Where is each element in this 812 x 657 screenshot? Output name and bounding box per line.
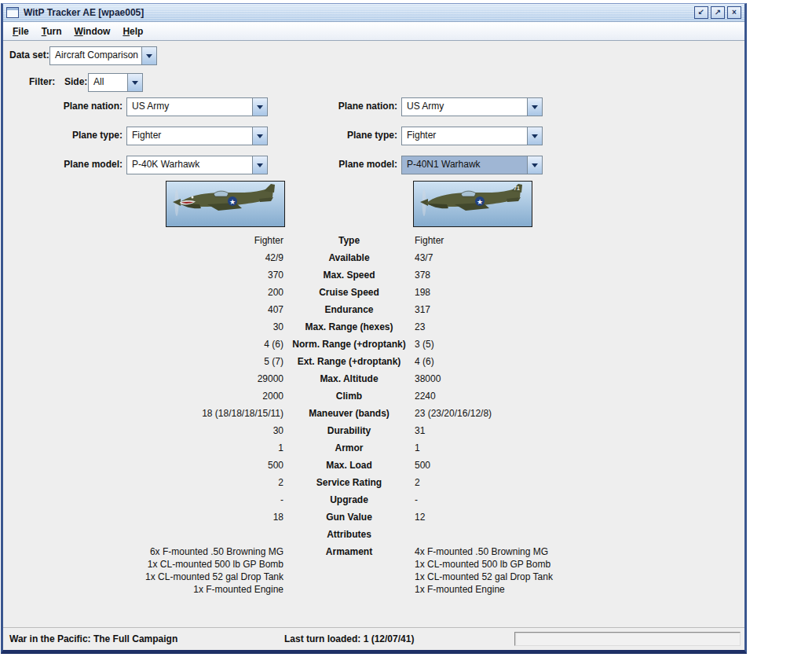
comparison-right-value: 4 (6) — [415, 353, 744, 370]
comparison-left-value: 1 — [3, 439, 283, 457]
comparison-left-value: 407 — [3, 301, 283, 318]
comparison-left-value: 29000 — [3, 370, 283, 387]
comparison-row-label: Max. Range (hexes) — [283, 318, 415, 336]
right-nation-label: Plane nation: — [276, 97, 397, 116]
right-model-combo[interactable]: P-40N1 Warhawk — [401, 156, 543, 174]
chevron-down-icon[interactable] — [252, 156, 267, 174]
right-type-combo[interactable]: Fighter — [401, 127, 543, 145]
comparison-row-label: Attributes — [283, 526, 415, 543]
comparison-left-value: 18 (18/18/18/15/11) — [3, 405, 283, 422]
comparison-right-value: 23 (23/20/16/12/8) — [415, 405, 744, 422]
comparison-right-value: 23 — [415, 318, 744, 336]
side-combo-value: All — [89, 74, 127, 91]
left-type-combo[interactable]: Fighter — [126, 127, 268, 145]
left-nation-value: US Army — [127, 98, 252, 116]
left-model-label: Plane model: — [3, 155, 123, 174]
comparison-row-label: Climb — [283, 387, 415, 405]
comparison-left-value: 42/9 — [3, 249, 283, 266]
campaign-label: War in the Pacific: The Full Campaign — [9, 633, 177, 644]
minimize-button[interactable]: ↙ — [694, 6, 708, 19]
star-icon: ★ — [229, 198, 236, 206]
chevron-down-icon[interactable] — [141, 47, 156, 64]
status-bar: War in the Pacific: The Full Campaign La… — [3, 627, 744, 650]
right-nation-value: US Army — [402, 98, 527, 116]
comparison-row-label: Gun Value — [283, 508, 415, 526]
menubar: FileTurnWindowHelp — [3, 22, 744, 41]
title-bar[interactable]: WitP Tracker AE [wpae005] ↙ ↗ × — [3, 4, 744, 22]
close-button[interactable]: × — [727, 6, 741, 19]
menu-item-turn[interactable]: Turn — [35, 24, 68, 39]
menu-item-file[interactable]: File — [6, 24, 35, 39]
comparison-row-label: Available — [283, 249, 415, 266]
menu-item-help[interactable]: Help — [116, 24, 149, 39]
comparison-right-value: 500 — [415, 457, 744, 474]
right-model-value: P-40N1 Warhawk — [402, 156, 527, 174]
menu-item-window[interactable]: Window — [68, 24, 116, 39]
right-model-label: Plane model: — [276, 155, 397, 174]
left-nation-label: Plane nation: — [3, 97, 123, 116]
page: WitP Tracker AE [wpae005] ↙ ↗ × FileTurn… — [0, 0, 812, 657]
left-type-label: Plane type: — [3, 126, 123, 145]
side-combo[interactable]: All — [88, 73, 143, 92]
right-plane-image: ★ 71 — [413, 181, 532, 227]
comparison-left-value: 200 — [3, 284, 283, 301]
comparison-row-label: Upgrade — [283, 491, 415, 508]
right-type-value: Fighter — [402, 127, 527, 145]
right-nation-combo[interactable]: US Army — [401, 97, 543, 116]
chevron-down-icon[interactable] — [527, 98, 542, 116]
comparison-row-label: Max. Load — [283, 457, 415, 474]
comparison-row-label: Endurance — [283, 301, 415, 318]
comparison-left-value: 4 (6) — [3, 336, 283, 353]
comparison-row-label: Norm. Range (+droptank) — [283, 336, 415, 353]
comparison-row-label: Armament — [283, 543, 415, 598]
dataset-combo[interactable]: Aircraft Comparison — [49, 46, 157, 65]
comparison-right-value: 43/7 — [415, 249, 744, 266]
maximize-button[interactable]: ↗ — [711, 6, 725, 19]
comparison-right-value: - — [415, 491, 744, 508]
p-40k-side-profile: ★ — [166, 182, 284, 226]
comparison-left-value: 30 — [3, 318, 283, 336]
chevron-down-icon[interactable] — [527, 156, 542, 174]
comparison-left-value: Fighter — [3, 232, 283, 249]
comparison-right-value: 38000 — [415, 370, 744, 387]
last-turn-label: Last turn loaded: 1 (12/07/41) — [284, 633, 414, 644]
comparison-row-label: Durability — [283, 422, 415, 439]
dataset-label: Data set: — [9, 46, 49, 64]
left-nation-combo[interactable]: US Army — [126, 97, 268, 116]
comparison-right-value: 1 — [415, 439, 744, 457]
chevron-down-icon[interactable] — [252, 127, 267, 145]
comparison-right-value: 378 — [415, 266, 744, 284]
filter-label: Filter: — [29, 72, 55, 91]
window-title: WitP Tracker AE [wpae005] — [24, 7, 692, 18]
left-type-value: Fighter — [127, 127, 252, 145]
comparison-left-value: 5 (7) — [3, 353, 283, 370]
comparison-row-label: Max. Speed — [283, 266, 415, 284]
tail-number: 71 — [514, 185, 520, 191]
comparison-right-value: 3 (5) — [415, 336, 744, 353]
app-window: WitP Tracker AE [wpae005] ↙ ↗ × FileTurn… — [1, 3, 747, 654]
content-panel: Data set: Aircraft Comparison Filter: Si… — [3, 41, 744, 628]
side-label: Side: — [64, 72, 87, 91]
chevron-down-icon[interactable] — [527, 127, 542, 145]
comparison-row-label: Cruise Speed — [283, 284, 415, 301]
star-icon: ★ — [477, 198, 483, 206]
left-plane-image: ★ — [166, 181, 285, 227]
chevron-down-icon[interactable] — [252, 98, 267, 116]
left-model-combo[interactable]: P-40K Warhawk — [126, 156, 268, 174]
comparison-right-value: 4x F-mounted .50 Browning MG 1x CL-mount… — [415, 543, 744, 598]
comparison-row-label: Maneuver (bands) — [283, 405, 415, 422]
dataset-combo-value: Aircraft Comparison — [50, 47, 141, 64]
comparison-right-value: 317 — [415, 301, 744, 318]
right-type-label: Plane type: — [276, 126, 397, 145]
chevron-down-icon[interactable] — [127, 74, 142, 91]
window-icon — [6, 7, 19, 18]
comparison-right-value — [415, 526, 744, 543]
comparison-left-value: 500 — [3, 457, 283, 474]
p-40n1-side-profile: ★ 71 — [414, 182, 532, 226]
comparison-right-value: 2240 — [415, 387, 744, 405]
comparison-right-value: 31 — [415, 422, 744, 439]
comparison-left-value: 2000 — [3, 387, 283, 405]
comparison-row-label: Armor — [283, 439, 415, 457]
shark-eye — [192, 196, 194, 199]
comparison-left-value: 2 — [3, 474, 283, 491]
